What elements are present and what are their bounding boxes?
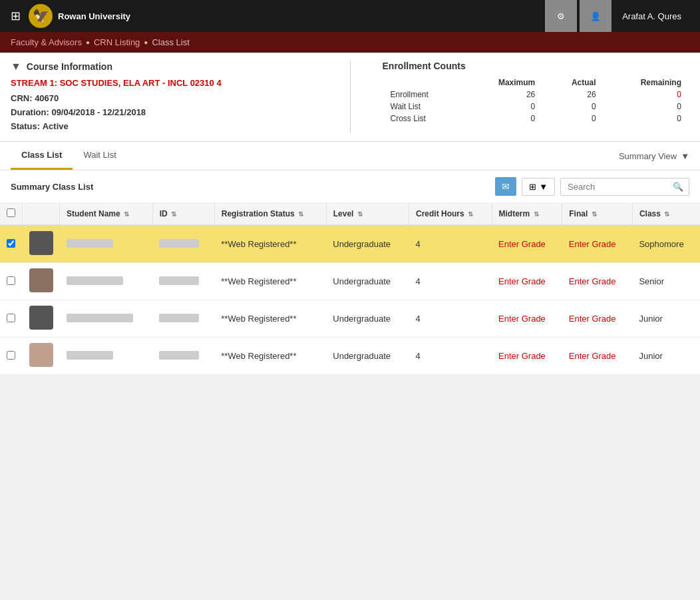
grid-icon[interactable]: ⊞ <box>11 9 21 23</box>
reg-status-cell: **Web Registered** <box>214 263 326 300</box>
enrollment-row-max: 26 <box>464 89 543 101</box>
student-name-cell <box>60 225 153 263</box>
course-details: CRN: 40670 Duration: 09/04/2018 - 12/21/… <box>11 92 318 133</box>
course-title: STREAM 1: SOC STUDIES, ELA ART - INCL 02… <box>11 78 318 88</box>
status-value: Active <box>43 121 69 131</box>
midterm-grade-link[interactable]: Enter Grade <box>498 276 546 286</box>
user-name-display: Arafat A. Qures <box>614 11 689 21</box>
midterm-cell: Enter Grade <box>492 225 562 263</box>
col-midterm[interactable]: Midterm ⇅ <box>492 203 562 225</box>
tab-class-list[interactable]: Class List <box>11 142 73 170</box>
reg-status-cell: **Web Registered** <box>214 225 326 263</box>
final-grade-link[interactable]: Enter Grade <box>569 239 616 249</box>
chevron-down-icon: ▼ <box>539 182 548 192</box>
student-id <box>159 276 199 285</box>
class-cell: Junior <box>632 338 700 375</box>
class-list-table: Student Name ⇅ ID ⇅ Registration Status … <box>0 203 700 375</box>
enrollment-row-label: Enrollment <box>383 89 464 101</box>
avatar-cell <box>23 263 60 300</box>
row-checkbox-cell <box>0 338 23 375</box>
student-id-cell <box>152 225 214 263</box>
panel-divider <box>350 61 351 133</box>
avatar-cell <box>23 338 60 375</box>
class-cell: Junior <box>632 300 700 338</box>
nav-left: ⊞ 🦅 Rowan University <box>11 4 130 28</box>
duration-label: Duration: <box>11 107 49 117</box>
col-student-name[interactable]: Student Name ⇅ <box>60 203 153 225</box>
enrollment-row-max: 0 <box>464 101 543 113</box>
logo-text: Rowan University <box>58 11 130 21</box>
student-id <box>159 239 199 248</box>
mail-button[interactable]: ✉ <box>495 177 516 196</box>
student-name <box>67 239 113 248</box>
enrollment-row-actual: 26 <box>543 89 604 101</box>
enrollment-row-actual: 0 <box>543 113 604 125</box>
midterm-grade-link[interactable]: Enter Grade <box>498 351 546 361</box>
top-nav: ⊞ 🦅 Rowan University ⚙ 👤 Arafat A. Qures <box>0 0 700 32</box>
summary-view-toggle[interactable]: Summary View ▼ <box>619 151 689 161</box>
level-cell: Undergraduate <box>326 263 409 300</box>
tab-wait-list[interactable]: Wait List <box>73 142 126 170</box>
row-checkbox-cell <box>0 300 23 338</box>
col-level[interactable]: Level ⇅ <box>326 203 409 225</box>
gear-icon: ⚙ <box>557 11 565 21</box>
col-class[interactable]: Class ⇅ <box>632 203 700 225</box>
enrollment-row-remaining: 0 <box>604 113 689 125</box>
class-list-header: Summary Class List ✉ ⊞ ▼ 🔍 <box>0 170 700 203</box>
final-grade-link[interactable]: Enter Grade <box>569 276 616 286</box>
student-id-cell <box>152 263 214 300</box>
enrollment-row: Wait List 0 0 0 <box>383 101 690 113</box>
collapse-button[interactable]: ▼ <box>11 61 21 73</box>
student-id-cell <box>152 300 214 338</box>
enrollment-table: Maximum Actual Remaining Enrollment 26 2… <box>383 77 690 125</box>
credit-hours-cell: 4 <box>409 338 492 375</box>
enrollment-row-remaining: 0 <box>604 101 689 113</box>
reg-status-cell: **Web Registered** <box>214 300 326 338</box>
midterm-grade-link[interactable]: Enter Grade <box>498 314 546 324</box>
gear-button[interactable]: ⚙ <box>545 0 577 32</box>
col-credit-hours[interactable]: Credit Hours ⇅ <box>409 203 492 225</box>
student-id <box>159 351 199 360</box>
tabs-left: Class List Wait List <box>11 142 127 170</box>
breadcrumb-faculty[interactable]: Faculty & Advisors <box>11 37 82 47</box>
table-row: **Web Registered** Undergraduate 4 Enter… <box>0 300 700 338</box>
table-row: **Web Registered** Undergraduate 4 Enter… <box>0 338 700 375</box>
col-final[interactable]: Final ⇅ <box>562 203 633 225</box>
course-info-left: ▼ Course Information STREAM 1: SOC STUDI… <box>11 61 318 133</box>
user-icon: 👤 <box>590 11 601 21</box>
enrollment-col-actual: Actual <box>543 77 604 89</box>
credit-hours-cell: 4 <box>409 300 492 338</box>
student-name-cell <box>60 263 153 300</box>
search-box: 🔍 <box>560 178 689 196</box>
breadcrumb-crn[interactable]: CRN Listing <box>94 37 140 47</box>
final-cell: Enter Grade <box>562 338 633 375</box>
enrollment-row-actual: 0 <box>543 101 604 113</box>
row-checkbox[interactable] <box>7 314 15 322</box>
col-reg-status[interactable]: Registration Status ⇅ <box>214 203 326 225</box>
avatar <box>29 231 53 255</box>
filter-button[interactable]: ⊞ ▼ <box>522 178 555 196</box>
enrollment-col-label <box>383 77 464 89</box>
reg-status-cell: **Web Registered** <box>214 338 326 375</box>
tabs-bar: Class List Wait List Summary View ▼ <box>0 142 700 170</box>
final-grade-link[interactable]: Enter Grade <box>569 314 616 324</box>
final-grade-link[interactable]: Enter Grade <box>569 351 616 361</box>
class-list-table-wrap: Student Name ⇅ ID ⇅ Registration Status … <box>0 203 700 375</box>
enrollment-row-label: Wait List <box>383 101 464 113</box>
avatar-cell <box>23 300 60 338</box>
midterm-grade-link[interactable]: Enter Grade <box>498 239 546 249</box>
search-button[interactable]: 🔍 <box>667 178 689 195</box>
col-id[interactable]: ID ⇅ <box>152 203 214 225</box>
row-checkbox[interactable] <box>7 239 15 248</box>
select-all-checkbox[interactable] <box>7 208 15 217</box>
student-id <box>159 314 199 322</box>
logo-icon: 🦅 <box>29 4 53 28</box>
row-checkbox[interactable] <box>7 276 15 285</box>
row-checkbox[interactable] <box>7 351 15 360</box>
search-input[interactable] <box>561 178 667 195</box>
user-icon-button[interactable]: 👤 <box>580 0 612 32</box>
enrollment-row-remaining: 0 <box>604 89 689 101</box>
enrollment-row: Cross List 0 0 0 <box>383 113 690 125</box>
student-id-cell <box>152 338 214 375</box>
avatar <box>29 306 53 330</box>
